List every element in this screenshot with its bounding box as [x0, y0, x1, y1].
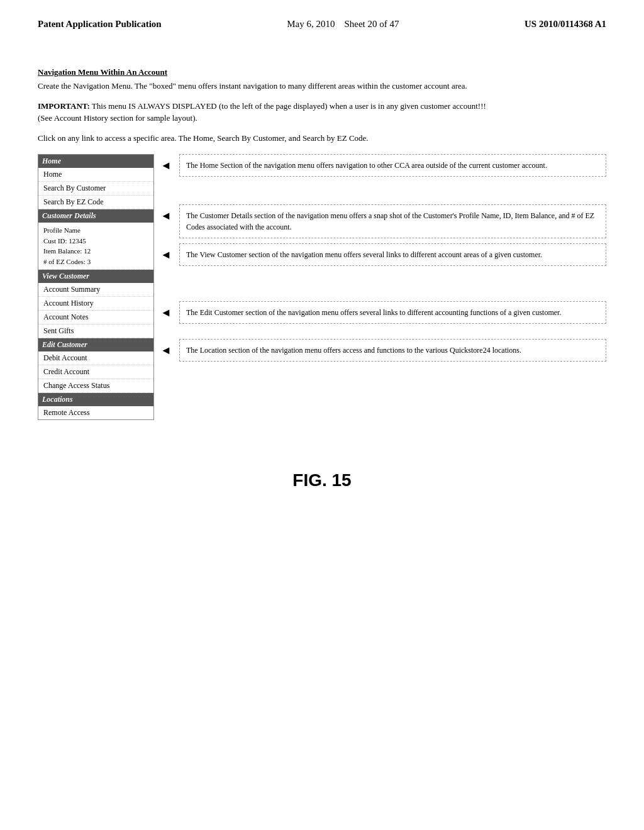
view-customer-arrow-container: ◄: [160, 243, 179, 262]
nav-cust-id: Cust ID: 12345: [43, 236, 148, 246]
header-center: May 6, 2010 Sheet 20 of 47: [287, 19, 399, 30]
nav-home-item[interactable]: Home: [38, 168, 153, 182]
header-left: Patent Application Publication: [38, 19, 162, 30]
section-description: Create the Navigation Menu. The "boxed" …: [38, 80, 606, 92]
important-body: This menu IS ALWAYS DISPLAYED (to the le…: [38, 101, 486, 123]
nav-search-by-ez-code[interactable]: Search By EZ Code: [38, 196, 153, 209]
spacer-account: [160, 271, 606, 301]
customer-details-arrow-icon: ◄: [160, 209, 172, 223]
nav-sent-gifts[interactable]: Sent Gifts: [38, 324, 153, 338]
main-content: Navigation Menu Within An Account Create…: [38, 67, 606, 490]
nav-customer-details-header[interactable]: Customer Details: [38, 209, 153, 223]
edit-customer-desc-row: ◄ The Edit Customer section of the navig…: [160, 301, 606, 324]
home-arrow-icon: ◄: [160, 159, 172, 172]
important-text: IMPORTANT: This menu IS ALWAYS DISPLAYED…: [38, 100, 606, 124]
nav-home-header[interactable]: Home: [38, 155, 153, 168]
header-date: May 6, 2010: [287, 19, 335, 29]
page-container: Patent Application Publication May 6, 20…: [0, 0, 644, 830]
customer-details-arrow-container: ◄: [160, 204, 179, 223]
customer-details-desc-row: ◄ The Customer Details section of the na…: [160, 204, 606, 238]
nav-credit-account[interactable]: Credit Account: [38, 365, 153, 379]
view-customer-desc-row: ◄ The View Customer section of the navig…: [160, 243, 606, 266]
descriptions-area: ◄ The Home Section of the navigation men…: [160, 154, 606, 420]
locations-desc-box: The Location section of the navigation m…: [179, 339, 606, 362]
spacer-search: [160, 182, 606, 204]
locations-arrow-container: ◄: [160, 339, 179, 357]
nav-debit-account[interactable]: Debit Account: [38, 351, 153, 365]
nav-search-by-customer[interactable]: Search By Customer: [38, 182, 153, 196]
view-customer-arrow-icon: ◄: [160, 248, 172, 262]
header-right: US 2010/0114368 A1: [525, 19, 606, 30]
nav-edit-customer-header[interactable]: Edit Customer: [38, 338, 153, 351]
nav-account-notes[interactable]: Account Notes: [38, 311, 153, 324]
view-customer-desc-box: The View Customer section of the navigat…: [179, 243, 606, 266]
home-arrow-container: ◄: [160, 154, 179, 172]
nav-ez-codes: # of EZ Codes: 3: [43, 257, 148, 267]
spacer-edit: [160, 329, 606, 339]
header-sheet: Sheet 20 of 47: [344, 19, 399, 29]
section-title: Navigation Menu Within An Account: [38, 67, 606, 77]
nav-account-summary[interactable]: Account Summary: [38, 283, 153, 297]
locations-arrow-icon: ◄: [160, 344, 172, 357]
figure-label: FIG. 15: [38, 470, 606, 490]
customer-details-desc-box: The Customer Details section of the navi…: [179, 204, 606, 238]
nav-customer-details-info: Profile Name Cust ID: 12345 Item Balance…: [38, 223, 153, 270]
nav-view-customer-header[interactable]: View Customer: [38, 270, 153, 283]
nav-item-balance: Item Balance: 12: [43, 246, 148, 257]
nav-locations-header[interactable]: Locations: [38, 393, 153, 406]
edit-customer-desc-box: The Edit Customer section of the navigat…: [179, 301, 606, 324]
patent-header: Patent Application Publication May 6, 20…: [38, 19, 606, 30]
home-desc-box: The Home Section of the navigation menu …: [179, 154, 606, 177]
nav-change-access-status[interactable]: Change Access Status: [38, 379, 153, 393]
nav-menu-box: Home Home Search By Customer Search By E…: [38, 154, 154, 420]
nav-account-history[interactable]: Account History: [38, 297, 153, 311]
important-label: IMPORTANT:: [38, 101, 90, 111]
home-desc-row: ◄ The Home Section of the navigation men…: [160, 154, 606, 177]
nav-remote-access[interactable]: Remote Access: [38, 406, 153, 419]
diagram-area: Home Home Search By Customer Search By E…: [38, 154, 606, 420]
edit-customer-arrow-container: ◄: [160, 301, 179, 319]
locations-desc-row: ◄ The Location section of the navigation…: [160, 339, 606, 362]
click-text: Click on any link to access a specific a…: [38, 132, 606, 145]
nav-profile-name: Profile Name: [43, 225, 148, 236]
edit-customer-arrow-icon: ◄: [160, 306, 172, 319]
